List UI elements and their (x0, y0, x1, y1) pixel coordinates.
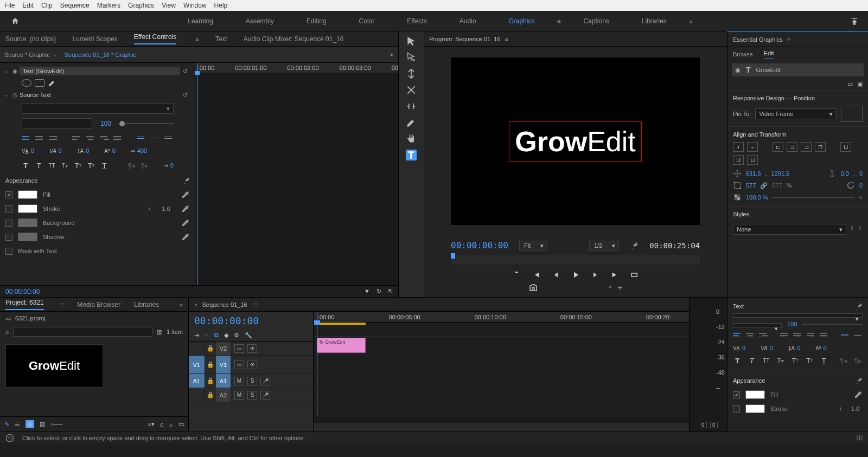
ec-timecode[interactable]: 00:00:00:00 (5, 288, 40, 295)
insert-mode-icon[interactable]: ⇥ (194, 332, 199, 339)
stroke-color-swatch[interactable] (18, 204, 37, 213)
tracking-metric[interactable]: VA̲0 (22, 147, 34, 154)
superscript-eg[interactable]: TT (790, 356, 800, 365)
automate-icon[interactable]: ⎌ (160, 421, 164, 428)
twirl-icon[interactable]: ⌄ (4, 68, 11, 74)
resolution-dropdown[interactable]: 1/2 (589, 241, 619, 250)
vertical-center-tool-icon[interactable] (406, 68, 417, 79)
opacity-value[interactable]: 100.0 % (746, 194, 768, 201)
workspace-editing[interactable]: Editing (290, 11, 343, 31)
step-back-icon[interactable] (551, 270, 561, 280)
wrench-icon[interactable]: 🔧 (245, 332, 252, 339)
valign-top-eg[interactable] (841, 331, 850, 339)
align-btn-2[interactable]: ⫟ (747, 142, 758, 152)
eg-tab-edit[interactable]: Edit (764, 50, 774, 59)
pen-mask-button[interactable] (48, 79, 56, 87)
timeline-zoom-bar[interactable] (314, 416, 689, 423)
styles-dropdown[interactable]: None (733, 224, 846, 235)
fill-checkbox-eg[interactable] (733, 391, 740, 398)
justify-eg-3[interactable] (807, 331, 815, 339)
project-overflow-icon[interactable]: » (180, 301, 183, 308)
all-caps-button[interactable]: TT (48, 160, 55, 170)
v1-lock-icon[interactable]: 🔒 (205, 361, 216, 368)
align-right-btn[interactable]: ⊐ (801, 142, 812, 152)
justify-last-center-button[interactable] (86, 133, 95, 142)
tl-a1-lane[interactable] (314, 355, 689, 369)
workspace-color[interactable]: Color (343, 11, 391, 31)
eg-menu-icon[interactable]: ≡ (787, 36, 790, 43)
meter-solo-r[interactable]: S (710, 422, 718, 428)
wrench-icon[interactable] (855, 302, 863, 310)
faux-italic-eg[interactable]: T (748, 356, 757, 365)
project-search-input[interactable] (14, 327, 152, 337)
selection-tool-icon[interactable] (406, 36, 417, 47)
tl-a2-lane[interactable] (314, 369, 689, 383)
sequence-clip-link[interactable]: Sequence 01_16 * Graphic (65, 52, 136, 58)
a2-solo-button[interactable]: S (247, 391, 257, 400)
visibility-icon[interactable]: ◉ (11, 68, 20, 75)
tl-v2-lane[interactable] (314, 323, 689, 337)
v2-lock-icon[interactable]: 🔒 (205, 345, 216, 352)
all-caps-eg[interactable]: TT (762, 356, 771, 365)
v1-source[interactable]: V1 (189, 356, 205, 374)
add-stroke-eg[interactable]: + (839, 405, 842, 412)
justify-last-left-button[interactable] (72, 133, 81, 142)
workspace-assembly[interactable]: Assembly (229, 11, 290, 31)
button-overflow-icon[interactable]: » (609, 283, 612, 293)
reset-icon[interactable]: ↺ (180, 68, 191, 75)
tab-project[interactable]: Project: 6321 (5, 299, 44, 310)
v2-toggle-output-icon[interactable]: 👁 (247, 344, 257, 353)
cc-cloud-icon[interactable] (5, 434, 14, 442)
ec-playhead[interactable] (197, 63, 197, 285)
subscript-button[interactable]: TT (87, 160, 95, 170)
valign-bottom-eg[interactable] (854, 331, 863, 339)
snap-icon[interactable]: ∩ (205, 332, 209, 339)
stroke-width-value[interactable]: 1.0 (162, 205, 170, 212)
small-caps-button[interactable]: Tᴛ (61, 160, 69, 170)
distribute-btn[interactable]: ⊔ (747, 155, 758, 165)
tab-audio-clip-mixer[interactable]: Audio Clip Mixer: Sequence 01_16 (244, 35, 344, 43)
fill-checkbox[interactable] (5, 191, 12, 198)
justify-eg-4[interactable] (820, 331, 828, 339)
v1-target[interactable]: V1 (216, 356, 231, 374)
justify-eg-1[interactable] (780, 331, 789, 339)
marker-icon[interactable]: ◆ (224, 332, 228, 339)
pin-widget[interactable] (841, 106, 863, 122)
fill-swatch-eg[interactable] (745, 390, 765, 399)
play-icon[interactable] (571, 270, 580, 280)
group-layers-icon[interactable]: ▣ (857, 81, 863, 88)
menu-markers[interactable]: Markers (97, 2, 120, 9)
stroke-swatch-eg[interactable] (745, 404, 765, 413)
anchor-y[interactable]: 0 (859, 170, 863, 177)
stroke-checkbox[interactable] (5, 205, 12, 213)
fill-color-swatch[interactable] (18, 190, 37, 199)
pen-tool-icon[interactable] (406, 117, 417, 128)
font-family-dropdown-eg[interactable] (733, 313, 863, 318)
sequence-thumbnail[interactable]: GrowEdit (5, 344, 103, 388)
rect-mask-button[interactable] (35, 79, 44, 87)
menu-sequence[interactable]: Sequence (60, 2, 90, 9)
align-center-eg[interactable] (746, 331, 755, 339)
menu-edit[interactable]: Edit (22, 2, 34, 9)
type-tool-icon[interactable] (406, 150, 417, 160)
a1-solo-button[interactable]: S (247, 377, 257, 385)
meter-solo-l[interactable]: S (699, 422, 706, 428)
v2-source[interactable] (189, 342, 205, 355)
workspace-libraries[interactable]: Libraries (626, 11, 683, 31)
stroke-checkbox-eg[interactable] (733, 405, 740, 413)
write-mode-icon[interactable]: ✎ (4, 421, 9, 428)
add-stroke-icon[interactable]: + (148, 205, 151, 212)
font-size-slider[interactable] (119, 123, 174, 124)
freeform-view-icon[interactable]: ▧ (40, 421, 45, 428)
menu-graphics[interactable]: Graphics (128, 2, 154, 9)
snap-tool-icon[interactable] (406, 101, 417, 112)
graphic-clip[interactable]: fx GrowEdit (317, 338, 366, 353)
settings-wrench-icon[interactable] (630, 241, 639, 250)
timeline-ruler[interactable]: :00:00 00:00:05:00 00:00:10:00 00:00:15:… (314, 312, 689, 323)
faux-bold-eg[interactable]: T (733, 356, 742, 365)
timeline-playhead[interactable] (317, 312, 317, 416)
tracking-eg[interactable]: VA̲0 (733, 345, 745, 351)
align-right-button[interactable] (49, 133, 59, 142)
v2-sync-lock-icon[interactable]: ▭ (234, 344, 244, 353)
effect-controls-timeline[interactable]: :00:00 00:00:01:00 00:00:02:00 00:00:03:… (195, 63, 398, 285)
